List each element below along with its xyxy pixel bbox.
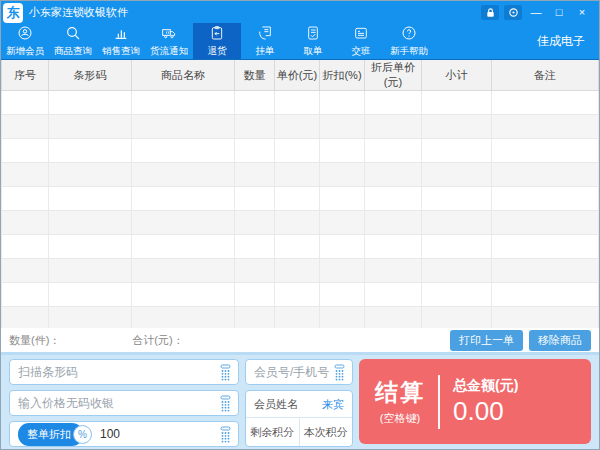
toolbar-item-label: 销售查询 [102, 44, 140, 57]
table-cell [275, 163, 320, 187]
settle-label: 结算 [375, 377, 425, 408]
settle-divider [438, 375, 440, 429]
table-cell [132, 139, 235, 163]
table-cell [275, 139, 320, 163]
app-title: 小东家连锁收银软件 [29, 5, 128, 20]
table-cell [49, 115, 132, 139]
toolbar-item-label: 取单 [304, 44, 323, 57]
toolbar-item-logistics-notice[interactable]: 货流通知 [145, 23, 193, 59]
column-header: 折后单价(元) [365, 60, 422, 91]
table-cell [320, 211, 365, 235]
whole-order-discount-toggle[interactable]: 整单折扣 % [18, 423, 92, 446]
help-icon [401, 25, 417, 43]
table-cell [235, 139, 275, 163]
table-cell [132, 187, 235, 211]
table-cell [365, 211, 422, 235]
table-cell [492, 307, 599, 329]
table-cell [275, 307, 320, 329]
member-name-label: 会员姓名 [254, 397, 298, 412]
table-cell [422, 235, 492, 259]
table-cell [235, 187, 275, 211]
table-cell [492, 187, 599, 211]
items-grid: 序号条形码商品名称数量单价(元)折扣(%)折后单价(元)小计备注 [1, 60, 599, 328]
table-row [2, 91, 599, 115]
table-cell [320, 259, 365, 283]
table-cell [235, 259, 275, 283]
toolbar-item-label: 货流通知 [150, 44, 188, 57]
table-cell [365, 163, 422, 187]
price-no-code-input[interactable] [18, 396, 218, 410]
keypad-icon[interactable] [332, 363, 347, 382]
column-header: 折扣(%) [320, 60, 365, 91]
table-cell [492, 91, 599, 115]
print-last-order-button[interactable]: 打印上一单 [450, 330, 523, 351]
table-cell [132, 91, 235, 115]
whole-order-discount-input[interactable] [100, 427, 218, 441]
remove-item-button[interactable]: 移除商品 [529, 330, 591, 351]
table-cell [422, 91, 492, 115]
column-header: 数量 [235, 60, 275, 91]
toolbar-item-label: 新手帮助 [390, 44, 428, 57]
toolbar-item-sales-query[interactable]: 销售查询 [97, 23, 145, 59]
table-cell [275, 91, 320, 115]
toolbar-item-hold-order[interactable]: 挂单 [241, 23, 289, 59]
table-cell [2, 163, 49, 187]
toolbar-item-retrieve-order[interactable]: 取单 [289, 23, 337, 59]
table-header-row: 序号条形码商品名称数量单价(元)折扣(%)折后单价(元)小计备注 [2, 60, 599, 91]
table-cell [275, 235, 320, 259]
close-icon[interactable]: × [573, 5, 591, 20]
member-name-row: 会员姓名 来宾 [246, 391, 352, 418]
toolbar-item-help[interactable]: 新手帮助 [385, 23, 433, 59]
column-header: 备注 [492, 60, 599, 91]
table-cell [365, 91, 422, 115]
sales-query-icon [113, 25, 129, 43]
app-window: 东 小东家连锁收银软件 — □ × [0, 0, 600, 450]
minimize-icon[interactable]: — [527, 5, 545, 20]
settle-button[interactable]: 结算 (空格键) 总金额(元) 0.00 [359, 359, 591, 444]
lock-icon[interactable] [481, 5, 499, 20]
retrieve-order-icon [305, 25, 321, 43]
table-cell [365, 283, 422, 307]
maximize-icon[interactable]: □ [550, 5, 568, 20]
table-cell [422, 211, 492, 235]
toolbar-item-label: 新增会员 [6, 44, 44, 57]
table-cell [2, 187, 49, 211]
settings-icon[interactable] [504, 5, 522, 20]
table-cell [320, 139, 365, 163]
keypad-icon[interactable] [218, 394, 233, 413]
total-amount-label: 总金额(元) [453, 377, 518, 395]
table-cell [492, 115, 599, 139]
keypad-icon[interactable] [218, 425, 233, 444]
table-cell [132, 283, 235, 307]
table-row [2, 211, 599, 235]
toolbar-item-new-member[interactable]: 新增会员 [1, 23, 49, 59]
table-body [2, 91, 599, 329]
quantity-label: 数量(件)： [9, 333, 60, 348]
member-name-value: 来宾 [322, 397, 344, 412]
scan-barcode-input[interactable] [18, 365, 218, 379]
table-cell [235, 307, 275, 329]
table-cell [132, 307, 235, 329]
table-cell [49, 91, 132, 115]
table-cell [2, 211, 49, 235]
table-cell [492, 283, 599, 307]
table-cell [49, 187, 132, 211]
toolbar-item-return-goods[interactable]: 退货 [193, 23, 241, 59]
column-header: 小计 [422, 60, 492, 91]
member-info-box: 会员姓名 来宾 剩余积分 本次积分 [245, 390, 353, 447]
table-cell [365, 187, 422, 211]
toolbar-item-shift-change[interactable]: 交班 [337, 23, 385, 59]
keypad-icon[interactable] [218, 363, 233, 382]
table-row [2, 115, 599, 139]
table-cell [49, 307, 132, 329]
table-cell [422, 259, 492, 283]
toolbar-item-label: 商品查询 [54, 44, 92, 57]
table-cell [492, 211, 599, 235]
member-number-input[interactable] [254, 365, 332, 379]
toolbar-item-product-query[interactable]: 商品查询 [49, 23, 97, 59]
table-cell [365, 307, 422, 329]
table-cell [320, 115, 365, 139]
table-cell [132, 235, 235, 259]
table-row [2, 139, 599, 163]
table-cell [132, 115, 235, 139]
